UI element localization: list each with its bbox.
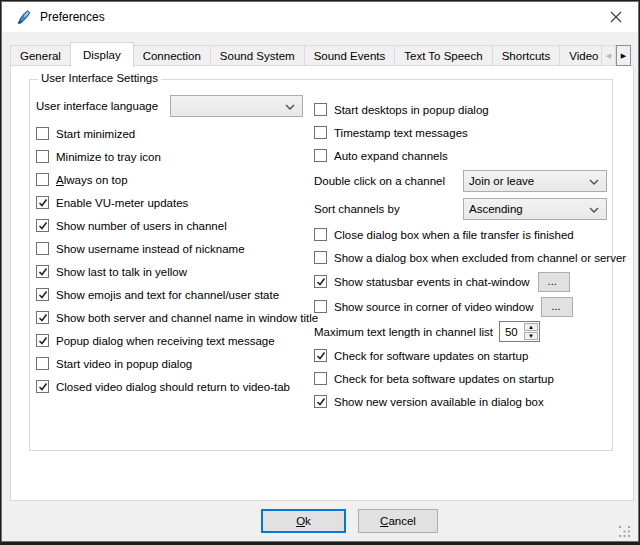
- checkbox-row[interactable]: Minimize to tray icon: [36, 145, 303, 168]
- checkbox[interactable]: [314, 349, 327, 362]
- double-click-dropdown[interactable]: Join or leave: [463, 170, 607, 192]
- checkbox[interactable]: [36, 219, 49, 232]
- checkbox-label: Show source in corner of video window: [334, 301, 533, 313]
- checkbox-row[interactable]: Show new version available in dialog box: [314, 390, 607, 413]
- checkbox-row[interactable]: Show last to talk in yellow: [36, 260, 303, 283]
- checkmark-icon: [316, 277, 326, 287]
- preferences-dialog: Preferences General Display Connection S…: [1, 1, 639, 542]
- checkmark-icon: [316, 397, 326, 407]
- checkbox[interactable]: [314, 395, 327, 408]
- language-dropdown[interactable]: [170, 95, 303, 117]
- checkbox-row[interactable]: Enable VU-meter updates: [36, 191, 303, 214]
- checkbox[interactable]: [36, 196, 49, 209]
- checkbox-row[interactable]: Check for beta software updates on start…: [314, 367, 607, 390]
- tab-display[interactable]: Display: [70, 42, 134, 67]
- video-source-row[interactable]: Show source in corner of video window ..…: [314, 294, 607, 319]
- tab-label: Text To Speech: [404, 50, 482, 62]
- checkbox-row[interactable]: Timestamp text messages: [314, 121, 607, 144]
- checkbox[interactable]: [36, 127, 49, 140]
- checkbox-label: Show emojis and text for channel/user st…: [56, 289, 279, 301]
- checkbox[interactable]: [314, 228, 327, 241]
- arrow-left-icon: ◀: [606, 52, 611, 59]
- checkbox[interactable]: [36, 150, 49, 163]
- checkbox-row[interactable]: Start minimized: [36, 122, 303, 145]
- tab-connection[interactable]: Connection: [133, 45, 211, 66]
- video-source-browse-button[interactable]: ...: [541, 297, 573, 317]
- statusbar-events-row[interactable]: Show statusbar events in chat-window ...: [314, 269, 607, 294]
- statusbar-events-browse-button[interactable]: ...: [538, 272, 570, 292]
- tab-label: Display: [83, 49, 121, 61]
- checkbox[interactable]: [314, 149, 327, 162]
- window-title: Preferences: [40, 10, 105, 24]
- checkbox-label: Show a dialog box when excluded from cha…: [334, 252, 626, 264]
- checkbox[interactable]: [36, 265, 49, 278]
- spinbox-value[interactable]: 50: [500, 322, 523, 341]
- checkbox-row[interactable]: Closed video dialog should return to vid…: [36, 375, 303, 398]
- checkbox-row[interactable]: Start desktops in popup dialog: [314, 98, 607, 121]
- sort-channels-label: Sort channels by: [314, 203, 400, 215]
- checkbox-label: Timestamp text messages: [334, 127, 468, 139]
- cancel-button[interactable]: Cancel: [358, 509, 438, 533]
- language-row: User interface language: [36, 92, 303, 120]
- arrow-right-icon: ▶: [621, 52, 626, 59]
- tab-general[interactable]: General: [10, 45, 71, 66]
- titlebar: Preferences: [2, 2, 638, 32]
- checkbox-row[interactable]: Check for software updates on startup: [314, 344, 607, 367]
- tab-scroll-left-button[interactable]: ◀: [601, 45, 616, 66]
- checkbox-row[interactable]: Always on top: [36, 168, 303, 191]
- double-click-row: Double click on a channel Join or leave: [314, 167, 607, 195]
- checkbox-label: Start minimized: [56, 128, 135, 140]
- tab-scroll-right-button[interactable]: ▶: [616, 45, 631, 66]
- tab-bar: General Display Connection Sound System …: [10, 42, 631, 67]
- close-button[interactable]: [593, 2, 638, 32]
- checkbox[interactable]: [36, 288, 49, 301]
- checkbox-row[interactable]: Close dialog box when a file transfer is…: [314, 223, 607, 246]
- checkbox[interactable]: [314, 126, 327, 139]
- checkbox[interactable]: [314, 372, 327, 385]
- sort-channels-dropdown[interactable]: Ascending: [463, 198, 607, 220]
- checkbox[interactable]: [314, 300, 327, 313]
- checkbox-row[interactable]: Show username instead of nickname: [36, 237, 303, 260]
- checkbox-row[interactable]: Show emojis and text for channel/user st…: [36, 283, 303, 306]
- checkbox[interactable]: [314, 275, 327, 288]
- checkbox-row[interactable]: Popup dialog when receiving text message: [36, 329, 303, 352]
- checkbox-row[interactable]: Start video in popup dialog: [36, 352, 303, 375]
- tab-label: General: [20, 50, 61, 62]
- ok-button[interactable]: Ok: [261, 509, 346, 533]
- checkbox-row[interactable]: Show number of users in channel: [36, 214, 303, 237]
- checkbox[interactable]: [36, 357, 49, 370]
- checkmark-icon: [38, 382, 48, 392]
- checkmark-icon: [38, 267, 48, 277]
- spin-up-button[interactable]: ▲: [524, 323, 538, 331]
- tab-text-to-speech[interactable]: Text To Speech: [394, 45, 492, 66]
- checkbox-label: Check for beta software updates on start…: [334, 373, 554, 385]
- checkbox-label: Always on top: [56, 174, 128, 186]
- checkbox-row[interactable]: Show a dialog box when excluded from cha…: [314, 246, 607, 269]
- resize-grip-icon[interactable]: [619, 526, 631, 538]
- checkbox[interactable]: [36, 334, 49, 347]
- double-click-value: Join or leave: [469, 175, 534, 187]
- checkbox[interactable]: [36, 173, 49, 186]
- tab-sound-system[interactable]: Sound System: [210, 45, 305, 66]
- chevron-down-icon: [589, 179, 599, 185]
- checkbox-label: Close dialog box when a file transfer is…: [334, 229, 574, 241]
- tab-shortcuts[interactable]: Shortcuts: [492, 45, 561, 66]
- checkbox[interactable]: [314, 103, 327, 116]
- user-interface-settings-group: User Interface Settings User interface l…: [29, 79, 613, 451]
- checkbox[interactable]: [36, 380, 49, 393]
- checkbox-row[interactable]: Auto expand channels: [314, 144, 607, 167]
- checkbox[interactable]: [36, 311, 49, 324]
- checkbox-label: Show statusbar events in chat-window: [334, 276, 530, 288]
- checkbox-row[interactable]: Show both server and channel name in win…: [36, 306, 303, 329]
- tab-label: Connection: [143, 50, 201, 62]
- chevron-down-icon: [285, 104, 295, 110]
- checkbox[interactable]: [314, 251, 327, 264]
- checkbox[interactable]: [36, 242, 49, 255]
- left-column: User interface language Start minimized …: [36, 92, 303, 398]
- spin-down-button[interactable]: ▼: [524, 332, 538, 340]
- checkbox-label: Show new version available in dialog box: [334, 396, 544, 408]
- tab-sound-events[interactable]: Sound Events: [304, 45, 396, 66]
- checkmark-icon: [38, 313, 48, 323]
- language-label: User interface language: [36, 100, 158, 112]
- groupbox-title: User Interface Settings: [38, 72, 161, 84]
